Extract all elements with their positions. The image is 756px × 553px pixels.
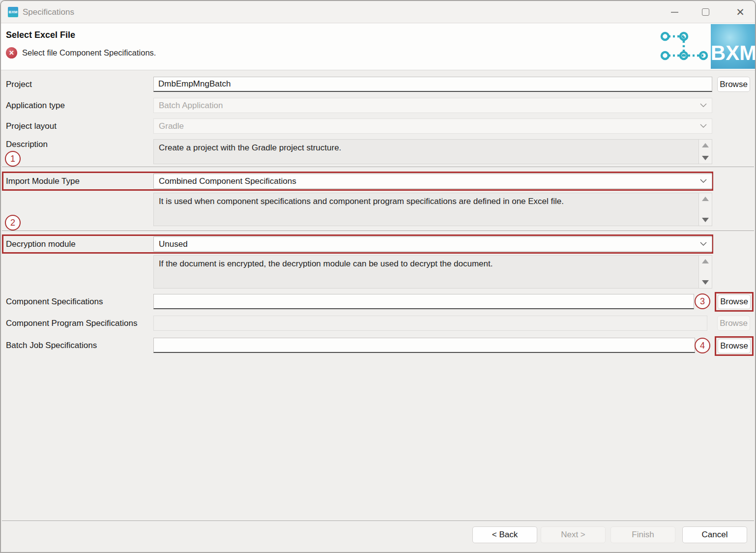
decryption-module-description-text: If the document is encrypted, the decryp…	[154, 256, 698, 288]
separator	[2, 231, 754, 232]
batch-job-specifications-browse-button[interactable]: Browse	[718, 339, 751, 353]
cancel-button[interactable]: Cancel	[682, 526, 747, 543]
maximize-icon	[702, 8, 709, 16]
scroll-up-icon[interactable]	[702, 143, 709, 147]
scrollbar[interactable]	[698, 256, 712, 288]
back-button[interactable]: < Back	[472, 526, 537, 543]
import-module-type-value: Combined Component Specifications	[159, 176, 696, 186]
separator	[2, 167, 754, 168]
annotation-circle-2: 2	[5, 215, 21, 231]
component-specifications-input[interactable]	[153, 294, 694, 309]
footer-separator	[2, 521, 754, 522]
next-button: Next >	[541, 526, 606, 543]
import-module-type-label: Import Module Type	[6, 174, 80, 189]
close-button[interactable]: ✕	[729, 1, 752, 23]
close-icon: ✕	[736, 7, 745, 17]
project-input[interactable]	[153, 77, 712, 92]
decryption-module-value: Unused	[159, 239, 696, 249]
decryption-module-label: Decryption module	[6, 236, 76, 252]
scroll-down-icon[interactable]	[702, 218, 709, 222]
project-layout-label: Project layout	[6, 118, 57, 134]
annotation-circle-1: 1	[5, 151, 21, 167]
minimize-button[interactable]	[663, 1, 686, 23]
title-bar: BXM Specifications ✕	[1, 1, 755, 23]
error-message: Select file Component Specifications.	[22, 48, 156, 58]
application-type-select: Batch Application	[153, 98, 712, 113]
component-program-specifications-label: Component Program Specifications	[6, 316, 137, 331]
error-icon: ✕	[6, 47, 17, 58]
minimize-icon	[671, 12, 678, 13]
description-text: Create a project with the Gradle project…	[154, 140, 698, 164]
component-specifications-label: Component Specifications	[6, 294, 103, 309]
component-program-specifications-browse-button: Browse	[717, 316, 750, 331]
scroll-up-icon[interactable]	[702, 259, 709, 263]
project-layout-value: Gradle	[159, 121, 696, 131]
finish-button: Finish	[611, 526, 675, 543]
application-type-value: Batch Application	[159, 101, 696, 111]
import-module-type-description[interactable]: It is used when component specifications…	[153, 193, 712, 226]
app-logo-icon: BXM	[8, 7, 18, 17]
import-module-type-description-text: It is used when component specifications…	[154, 193, 698, 226]
decryption-module-select[interactable]: Unused	[153, 236, 712, 252]
specifications-dialog: BXM Specifications ✕ Select Excel File ✕…	[0, 0, 756, 553]
circuit-logo-icon	[660, 29, 708, 62]
chevron-down-icon	[700, 242, 707, 246]
chevron-down-icon	[700, 124, 707, 128]
scroll-down-icon[interactable]	[702, 280, 709, 285]
error-message-row: ✕ Select file Component Specifications.	[6, 47, 156, 58]
chevron-down-icon	[700, 103, 707, 108]
batch-job-specifications-input[interactable]	[153, 338, 695, 353]
application-type-label: Application type	[6, 98, 65, 113]
scroll-up-icon[interactable]	[702, 197, 709, 201]
component-specifications-browse-button[interactable]: Browse	[718, 294, 751, 309]
import-module-type-select[interactable]: Combined Component Specifications	[153, 174, 712, 189]
component-program-specifications-input	[153, 316, 707, 331]
scroll-down-icon[interactable]	[702, 156, 709, 160]
project-label: Project	[6, 77, 32, 92]
decryption-module-description[interactable]: If the document is encrypted, the decryp…	[153, 255, 712, 289]
chevron-down-icon	[700, 179, 707, 183]
description-label: Description	[6, 137, 48, 152]
project-layout-select: Gradle	[153, 118, 712, 134]
bxm-logo: BXM	[711, 24, 756, 69]
scrollbar[interactable]	[698, 193, 712, 226]
window-title: Specifications	[23, 1, 74, 23]
annotation-circle-4: 4	[695, 338, 710, 353]
maximize-button[interactable]	[694, 1, 717, 23]
page-title: Select Excel File	[6, 30, 75, 40]
project-browse-button[interactable]: Browse	[717, 77, 750, 92]
annotation-circle-3: 3	[695, 293, 710, 309]
batch-job-specifications-label: Batch Job Specifications	[6, 338, 97, 353]
description-textarea[interactable]: Create a project with the Gradle project…	[153, 139, 712, 164]
wizard-header: Select Excel File ✕ Select file Componen…	[1, 24, 755, 70]
scrollbar[interactable]	[698, 140, 712, 164]
